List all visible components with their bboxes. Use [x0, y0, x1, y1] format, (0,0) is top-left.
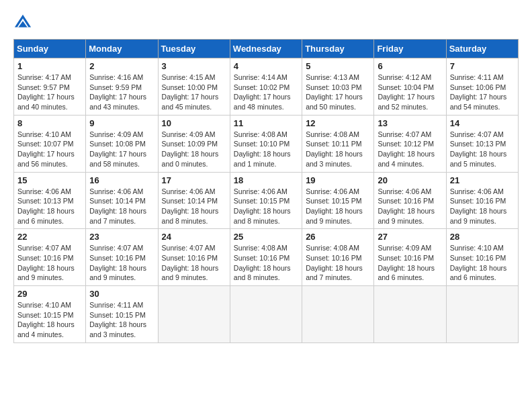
- calendar-cell: 22Sunrise: 4:07 AM Sunset: 10:16 PM Dayl…: [14, 229, 86, 286]
- day-info: Sunrise: 4:07 AM Sunset: 10:16 PM Daylig…: [162, 243, 226, 283]
- day-number: 16: [89, 175, 154, 185]
- day-info: Sunrise: 4:06 AM Sunset: 10:16 PM Daylig…: [378, 187, 442, 226]
- day-info: Sunrise: 4:14 AM Sunset: 10:02 PM Daylig…: [234, 73, 298, 112]
- calendar-cell: [230, 286, 302, 343]
- calendar-header-row: SundayMondayTuesdayWednesdayThursdayFrid…: [14, 40, 519, 58]
- day-number: 7: [450, 61, 515, 71]
- day-info: Sunrise: 4:11 AM Sunset: 10:15 PM Daylig…: [89, 300, 154, 340]
- day-info: Sunrise: 4:08 AM Sunset: 10:10 PM Daylig…: [234, 130, 298, 169]
- day-number: 5: [306, 61, 370, 71]
- day-info: Sunrise: 4:10 AM Sunset: 10:07 PM Daylig…: [17, 130, 82, 169]
- day-info: Sunrise: 4:11 AM Sunset: 10:06 PM Daylig…: [450, 73, 515, 112]
- calendar-cell: 10Sunrise: 4:09 AM Sunset: 10:09 PM Dayl…: [158, 115, 230, 172]
- day-info: Sunrise: 4:06 AM Sunset: 10:16 PM Daylig…: [450, 187, 515, 226]
- calendar-table: SundayMondayTuesdayWednesdayThursdayFrid…: [13, 39, 519, 343]
- calendar-cell: 21Sunrise: 4:06 AM Sunset: 10:16 PM Dayl…: [446, 172, 518, 229]
- calendar-week-row: 29Sunrise: 4:10 AM Sunset: 10:15 PM Dayl…: [14, 286, 519, 343]
- calendar-cell: [446, 286, 518, 343]
- calendar-cell: [158, 286, 230, 343]
- weekday-header-saturday: Saturday: [446, 40, 518, 58]
- day-info: Sunrise: 4:09 AM Sunset: 10:08 PM Daylig…: [89, 130, 154, 169]
- day-number: 23: [89, 232, 154, 242]
- calendar-cell: 29Sunrise: 4:10 AM Sunset: 10:15 PM Dayl…: [14, 286, 86, 343]
- calendar-cell: 3Sunrise: 4:15 AM Sunset: 10:00 PM Dayli…: [158, 58, 230, 116]
- day-number: 18: [234, 175, 298, 185]
- day-number: 8: [17, 118, 82, 128]
- day-info: Sunrise: 4:06 AM Sunset: 10:15 PM Daylig…: [306, 187, 370, 226]
- calendar-week-row: 1Sunrise: 4:17 AM Sunset: 9:57 PM Daylig…: [14, 58, 519, 116]
- calendar-cell: 5Sunrise: 4:13 AM Sunset: 10:03 PM Dayli…: [302, 58, 374, 116]
- day-number: 1: [17, 61, 82, 71]
- day-info: Sunrise: 4:10 AM Sunset: 10:16 PM Daylig…: [450, 243, 515, 283]
- day-info: Sunrise: 4:09 AM Sunset: 10:16 PM Daylig…: [378, 243, 442, 283]
- day-number: 13: [378, 118, 442, 128]
- day-number: 9: [89, 118, 154, 128]
- day-number: 14: [450, 118, 515, 128]
- day-info: Sunrise: 4:08 AM Sunset: 10:11 PM Daylig…: [306, 130, 370, 169]
- day-number: 17: [162, 175, 226, 185]
- calendar-cell: 25Sunrise: 4:08 AM Sunset: 10:16 PM Dayl…: [230, 229, 302, 286]
- weekday-header-sunday: Sunday: [14, 40, 86, 58]
- day-number: 25: [234, 232, 298, 242]
- weekday-header-tuesday: Tuesday: [158, 40, 230, 58]
- day-number: 29: [17, 289, 82, 299]
- day-info: Sunrise: 4:08 AM Sunset: 10:16 PM Daylig…: [234, 243, 298, 283]
- day-info: Sunrise: 4:15 AM Sunset: 10:00 PM Daylig…: [162, 73, 226, 112]
- day-info: Sunrise: 4:06 AM Sunset: 10:14 PM Daylig…: [162, 187, 226, 226]
- day-info: Sunrise: 4:13 AM Sunset: 10:03 PM Daylig…: [306, 73, 370, 112]
- calendar-cell: 8Sunrise: 4:10 AM Sunset: 10:07 PM Dayli…: [14, 115, 86, 172]
- day-number: 12: [306, 118, 370, 128]
- day-number: 10: [162, 118, 226, 128]
- day-number: 2: [89, 61, 154, 71]
- calendar-cell: 17Sunrise: 4:06 AM Sunset: 10:14 PM Dayl…: [158, 172, 230, 229]
- day-info: Sunrise: 4:08 AM Sunset: 10:16 PM Daylig…: [306, 243, 370, 283]
- day-info: Sunrise: 4:06 AM Sunset: 10:14 PM Daylig…: [89, 187, 154, 226]
- calendar-week-row: 22Sunrise: 4:07 AM Sunset: 10:16 PM Dayl…: [14, 229, 519, 286]
- day-info: Sunrise: 4:06 AM Sunset: 10:13 PM Daylig…: [17, 187, 82, 226]
- calendar-cell: 28Sunrise: 4:10 AM Sunset: 10:16 PM Dayl…: [446, 229, 518, 286]
- calendar-cell: 14Sunrise: 4:07 AM Sunset: 10:13 PM Dayl…: [446, 115, 518, 172]
- weekday-header-monday: Monday: [86, 40, 158, 58]
- day-number: 6: [378, 61, 442, 71]
- weekday-header-wednesday: Wednesday: [230, 40, 302, 58]
- calendar-cell: 12Sunrise: 4:08 AM Sunset: 10:11 PM Dayl…: [302, 115, 374, 172]
- day-number: 22: [17, 232, 82, 242]
- day-number: 15: [17, 175, 82, 185]
- calendar-cell: 7Sunrise: 4:11 AM Sunset: 10:06 PM Dayli…: [446, 58, 518, 116]
- day-number: 28: [450, 232, 515, 242]
- day-info: Sunrise: 4:09 AM Sunset: 10:09 PM Daylig…: [162, 130, 226, 169]
- calendar-cell: 16Sunrise: 4:06 AM Sunset: 10:14 PM Dayl…: [86, 172, 158, 229]
- calendar-cell: 20Sunrise: 4:06 AM Sunset: 10:16 PM Dayl…: [374, 172, 446, 229]
- day-number: 19: [306, 175, 370, 185]
- calendar-cell: 15Sunrise: 4:06 AM Sunset: 10:13 PM Dayl…: [14, 172, 86, 229]
- day-info: Sunrise: 4:07 AM Sunset: 10:16 PM Daylig…: [89, 243, 154, 283]
- calendar-cell: 13Sunrise: 4:07 AM Sunset: 10:12 PM Dayl…: [374, 115, 446, 172]
- day-number: 24: [162, 232, 226, 242]
- day-info: Sunrise: 4:07 AM Sunset: 10:12 PM Daylig…: [378, 130, 442, 169]
- day-number: 21: [450, 175, 515, 185]
- day-number: 3: [162, 61, 226, 71]
- calendar-cell: 24Sunrise: 4:07 AM Sunset: 10:16 PM Dayl…: [158, 229, 230, 286]
- day-info: Sunrise: 4:12 AM Sunset: 10:04 PM Daylig…: [378, 73, 442, 112]
- calendar-cell: 1Sunrise: 4:17 AM Sunset: 9:57 PM Daylig…: [14, 58, 86, 116]
- day-info: Sunrise: 4:17 AM Sunset: 9:57 PM Dayligh…: [17, 73, 82, 112]
- calendar-cell: 4Sunrise: 4:14 AM Sunset: 10:02 PM Dayli…: [230, 58, 302, 116]
- day-info: Sunrise: 4:06 AM Sunset: 10:15 PM Daylig…: [234, 187, 298, 226]
- logo: [13, 13, 35, 32]
- day-number: 11: [234, 118, 298, 128]
- calendar-cell: 9Sunrise: 4:09 AM Sunset: 10:08 PM Dayli…: [86, 115, 158, 172]
- day-number: 4: [234, 61, 298, 71]
- calendar-cell: [302, 286, 374, 343]
- calendar-cell: 27Sunrise: 4:09 AM Sunset: 10:16 PM Dayl…: [374, 229, 446, 286]
- calendar-cell: 30Sunrise: 4:11 AM Sunset: 10:15 PM Dayl…: [86, 286, 158, 343]
- page-header: [13, 13, 519, 32]
- weekday-header-friday: Friday: [374, 40, 446, 58]
- day-info: Sunrise: 4:16 AM Sunset: 9:59 PM Dayligh…: [89, 73, 154, 112]
- calendar-cell: 6Sunrise: 4:12 AM Sunset: 10:04 PM Dayli…: [374, 58, 446, 116]
- calendar-cell: 11Sunrise: 4:08 AM Sunset: 10:10 PM Dayl…: [230, 115, 302, 172]
- calendar-cell: 2Sunrise: 4:16 AM Sunset: 9:59 PM Daylig…: [86, 58, 158, 116]
- day-number: 30: [89, 289, 154, 299]
- calendar-week-row: 8Sunrise: 4:10 AM Sunset: 10:07 PM Dayli…: [14, 115, 519, 172]
- day-info: Sunrise: 4:10 AM Sunset: 10:15 PM Daylig…: [17, 300, 82, 340]
- calendar-cell: [374, 286, 446, 343]
